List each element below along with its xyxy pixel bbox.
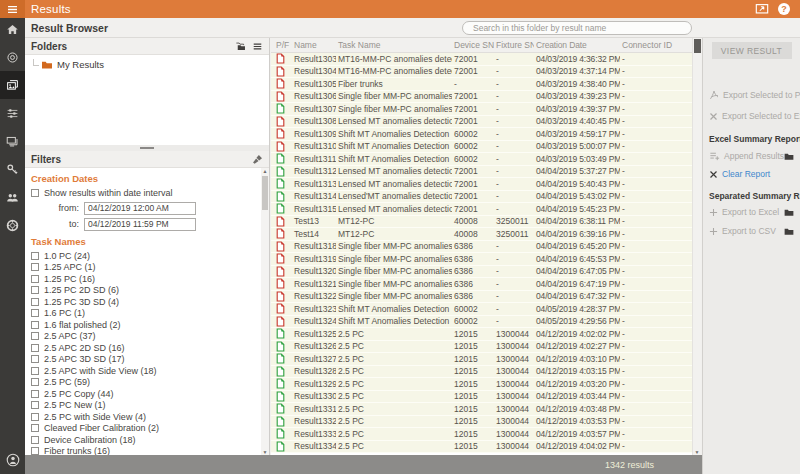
task-checkbox[interactable]: [31, 263, 39, 271]
task-filter-item[interactable]: 1.6 flat polished (2): [31, 320, 261, 331]
table-row[interactable]: Result13262.5 PC12015130004404/12/2019 4…: [271, 341, 692, 354]
table-row[interactable]: Result1319Single fiber MM-PC anomalies d…: [271, 253, 692, 266]
table-row[interactable]: Result13272.5 PC12015130004404/12/2019 4…: [271, 353, 692, 366]
sidebar-item-users[interactable]: [0, 183, 25, 211]
search-input[interactable]: [462, 21, 692, 35]
sidebar-item-tuning[interactable]: [0, 99, 25, 127]
append-results-button[interactable]: Append Results: [709, 150, 794, 162]
table-row[interactable]: Result13322.5 PC12015130004404/12/2019 4…: [271, 416, 692, 429]
task-filter-item[interactable]: 2.5 PC with Side View (4): [31, 412, 261, 423]
table-row[interactable]: Result1322Single fiber MM-PC anomalies d…: [271, 291, 692, 304]
task-filter-item[interactable]: 2.5 PC Copy (44): [31, 389, 261, 400]
sidebar-item-home[interactable]: [0, 15, 25, 43]
task-checkbox[interactable]: [31, 413, 39, 421]
table-row[interactable]: Test13MT12-PC40008325001104/04/2019 6:38…: [271, 216, 692, 229]
folder-tree-item[interactable]: My Results: [31, 58, 269, 71]
to-date-input[interactable]: [84, 218, 196, 231]
sidebar-item-help[interactable]: [0, 211, 25, 239]
table-row[interactable]: Result1305Fiber trunks--04/03/2019 4:38:…: [271, 78, 692, 91]
task-checkbox[interactable]: [31, 275, 39, 283]
sidebar-item-target[interactable]: [0, 43, 25, 71]
table-row[interactable]: Result13312.5 PC12015130004404/12/2019 4…: [271, 403, 692, 416]
table-row[interactable]: Result1309Shift MT Anomalies Detection60…: [271, 128, 692, 141]
task-checkbox[interactable]: [31, 401, 39, 409]
task-filter-item[interactable]: 2.5 APC 2D SD (16): [31, 343, 261, 354]
table-row[interactable]: Result1306Single fiber MM-PC anomalies d…: [271, 91, 692, 104]
from-date-input[interactable]: [84, 202, 196, 215]
task-filter-item[interactable]: 1.6 PC (1): [31, 308, 261, 319]
table-row[interactable]: Result1308Lensed MT anomalies detection7…: [271, 116, 692, 129]
filters-scrollbar[interactable]: ▲ ▼: [261, 168, 269, 455]
export-to-excel-button[interactable]: Export to Excel: [709, 206, 794, 218]
task-checkbox[interactable]: [31, 344, 39, 352]
task-checkbox[interactable]: [31, 355, 39, 363]
task-checkbox[interactable]: [31, 378, 39, 386]
column-header-fixture-sn[interactable]: Fixture SN: [494, 40, 534, 50]
task-filter-item[interactable]: 2.5 PC (59): [31, 377, 261, 388]
date-interval-checkbox-row[interactable]: Show results within date interval: [31, 188, 261, 199]
share-screen-icon[interactable]: [755, 2, 769, 16]
task-checkbox[interactable]: [31, 309, 39, 317]
table-row[interactable]: Result1314Lensed'MT anomalies detection7…: [271, 191, 692, 204]
table-row[interactable]: Result1320Single fiber MM-PC anomalies d…: [271, 266, 692, 279]
task-filter-item[interactable]: 1.25 PC 2D SD (6): [31, 285, 261, 296]
task-filter-item[interactable]: 1.25 PC (16): [31, 274, 261, 285]
table-row[interactable]: Result1312Lensed MT anomalies detection …: [271, 166, 692, 179]
task-filter-item[interactable]: 2.5 APC 3D SD (17): [31, 354, 261, 365]
sidebar-item-account[interactable]: [0, 449, 25, 471]
date-interval-checkbox[interactable]: [31, 189, 39, 197]
task-checkbox[interactable]: [31, 367, 39, 375]
table-row[interactable]: Result1303MT16-MM-PC anomalies detection…: [271, 53, 692, 66]
task-checkbox[interactable]: [31, 252, 39, 260]
export-selected-pdf-button[interactable]: Export Selected to PDF: [709, 89, 794, 101]
task-filter-item[interactable]: 1.0 PC (24): [31, 251, 261, 262]
folder-browse-icon[interactable]: [784, 208, 794, 217]
table-scrollbar[interactable]: ▼: [692, 38, 701, 455]
export-to-csv-button[interactable]: Export to CSV: [709, 225, 794, 237]
new-folder-icon[interactable]: [235, 41, 246, 52]
task-filter-item[interactable]: Device Calibration (18): [31, 435, 261, 446]
clear-report-button[interactable]: Clear Report: [709, 168, 794, 180]
folder-list-icon[interactable]: [252, 41, 263, 52]
scroll-up-icon[interactable]: ▲: [263, 168, 268, 174]
table-row[interactable]: Result13292.5 PC12015130004404/12/2019 4…: [271, 378, 692, 391]
task-checkbox[interactable]: [31, 332, 39, 340]
task-filter-item[interactable]: 2.5 APC with Side View (18): [31, 366, 261, 377]
task-filter-item[interactable]: Cleaved Fiber Calibration (2): [31, 423, 261, 434]
clear-filters-icon[interactable]: [252, 154, 263, 165]
folder-browse-icon[interactable]: [784, 152, 794, 161]
sidebar-item-tools[interactable]: [0, 155, 25, 183]
column-header-pf[interactable]: P/F ▼: [271, 40, 292, 50]
column-header-connector-id[interactable]: Connector ID: [620, 40, 692, 50]
table-row[interactable]: Result13282.5 PC12015130004404/12/2019 4…: [271, 366, 692, 379]
sidebar-item-results[interactable]: [0, 71, 25, 99]
table-row[interactable]: Result1323Shift MT Anomalies Detection60…: [271, 303, 692, 316]
folder-browse-icon[interactable]: [784, 227, 794, 236]
column-header-device-sn[interactable]: Device SN: [452, 40, 494, 50]
task-checkbox[interactable]: [31, 286, 39, 294]
task-filter-item[interactable]: 1.25 PC 3D SD (4): [31, 297, 261, 308]
column-header-name[interactable]: Name: [292, 40, 336, 50]
table-row[interactable]: Result1315Lensed MT anomalies detection'…: [271, 203, 692, 216]
table-row[interactable]: Result13252.5 PC12015130004404/12/2019 4…: [271, 328, 692, 341]
task-checkbox[interactable]: [31, 424, 39, 432]
scrollbar-thumb[interactable]: [694, 39, 701, 53]
table-row[interactable]: Result13332.5 PC12015130004404/12/2019 4…: [271, 428, 692, 441]
task-filter-item[interactable]: 2.5 APC (37): [31, 331, 261, 342]
sidebar-item-screens[interactable]: [0, 127, 25, 155]
table-row[interactable]: Test14MT12-PC40008325001104/04/2019 6:39…: [271, 228, 692, 241]
table-row[interactable]: Result1321Single fiber MM-PC anomalies d…: [271, 278, 692, 291]
table-row[interactable]: Result13342.5 PC12015130004404/12/2019 4…: [271, 441, 692, 454]
table-row[interactable]: Result1310Shift MT Anomalies Detection60…: [271, 141, 692, 154]
column-header-task[interactable]: Task Name: [336, 40, 452, 50]
task-filter-item[interactable]: Fiber trunks (16): [31, 446, 261, 455]
table-row[interactable]: Result13302.5 PC12015130004404/12/2019 4…: [271, 391, 692, 404]
task-checkbox[interactable]: [31, 298, 39, 306]
task-checkbox[interactable]: [31, 321, 39, 329]
table-row[interactable]: Result1311Shift MT Anomalies Detection60…: [271, 153, 692, 166]
table-row[interactable]: Result1324Shift MT Anomalies Detection60…: [271, 316, 692, 329]
task-filter-item[interactable]: 2.5 PC New (1): [31, 400, 261, 411]
scrollbar-thumb[interactable]: [262, 176, 268, 210]
table-row[interactable]: Result1304MT16-MM-PC anomalies detection…: [271, 66, 692, 79]
table-row[interactable]: Result1307Single fiber MM-PC anomalies d…: [271, 103, 692, 116]
